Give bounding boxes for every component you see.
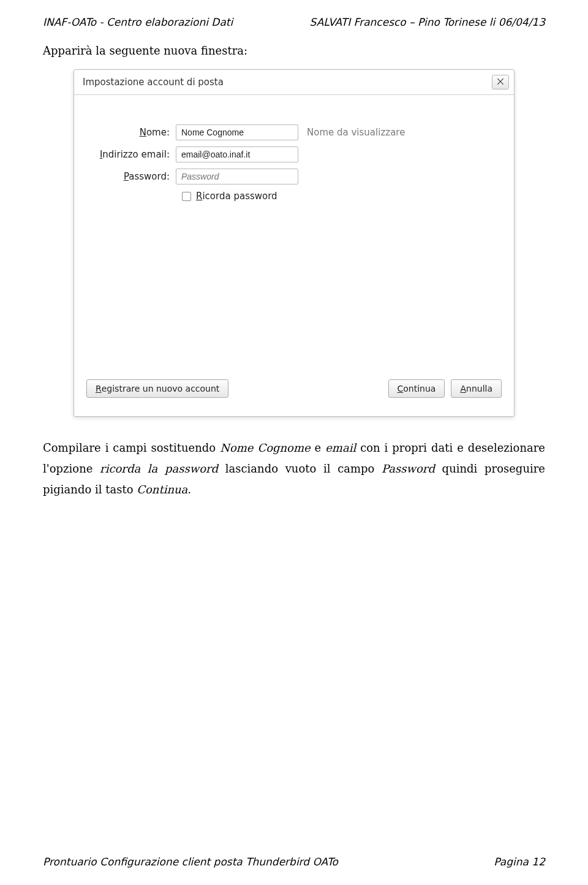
intro-text: Apparirà la seguente nuova finestra:	[43, 44, 545, 57]
remember-row: Ricorda password	[182, 191, 504, 202]
cancel-button[interactable]: Annulla	[451, 379, 502, 398]
email-input[interactable]	[176, 146, 298, 162]
document-page: INAF-OATo - Centro elaborazioni Dati SAL…	[0, 0, 588, 885]
email-label: Indirizzo email:	[84, 149, 176, 160]
name-hint: Nome da visualizzare	[307, 127, 405, 138]
footer-right: Pagina 12	[494, 856, 545, 868]
dialog-spacer	[84, 202, 504, 379]
close-button[interactable]	[492, 75, 509, 89]
close-icon	[496, 77, 505, 88]
dialog-body: Nome: Nome da visualizzare Indirizzo ema…	[74, 95, 514, 416]
password-label: Password:	[84, 171, 176, 182]
right-button-group: Continua Annulla	[388, 379, 502, 398]
continue-button[interactable]: Continua	[388, 379, 445, 398]
name-row: Nome: Nome da visualizzare	[84, 124, 504, 140]
remember-checkbox[interactable]	[182, 192, 191, 201]
password-input[interactable]	[176, 169, 298, 184]
page-header: INAF-OATo - Centro elaborazioni Dati SAL…	[43, 16, 545, 28]
header-left: INAF-OATo - Centro elaborazioni Dati	[43, 16, 233, 28]
register-account-button[interactable]: Registrare un nuovo account	[86, 379, 228, 398]
page-footer: Prontuario Configurazione client posta T…	[43, 856, 545, 868]
footer-left: Prontuario Configurazione client posta T…	[43, 856, 338, 868]
mail-account-dialog: Impostazione account di posta Nome: Nome…	[74, 69, 514, 417]
name-input[interactable]	[176, 124, 298, 140]
instruction-paragraph: Compilare i campi sostituendo Nome Cogno…	[43, 438, 545, 501]
dialog-actions: Registrare un nuovo account Continua Ann…	[84, 379, 504, 398]
form-area: Nome: Nome da visualizzare Indirizzo ema…	[84, 124, 504, 202]
dialog-titlebar: Impostazione account di posta	[74, 70, 514, 95]
header-right: SALVATI Francesco – Pino Torinese li 06/…	[310, 16, 545, 28]
email-row: Indirizzo email:	[84, 146, 504, 162]
password-row: Password:	[84, 169, 504, 184]
remember-label: Ricorda password	[196, 191, 277, 202]
name-label: Nome:	[84, 127, 176, 138]
dialog-title: Impostazione account di posta	[83, 77, 224, 88]
